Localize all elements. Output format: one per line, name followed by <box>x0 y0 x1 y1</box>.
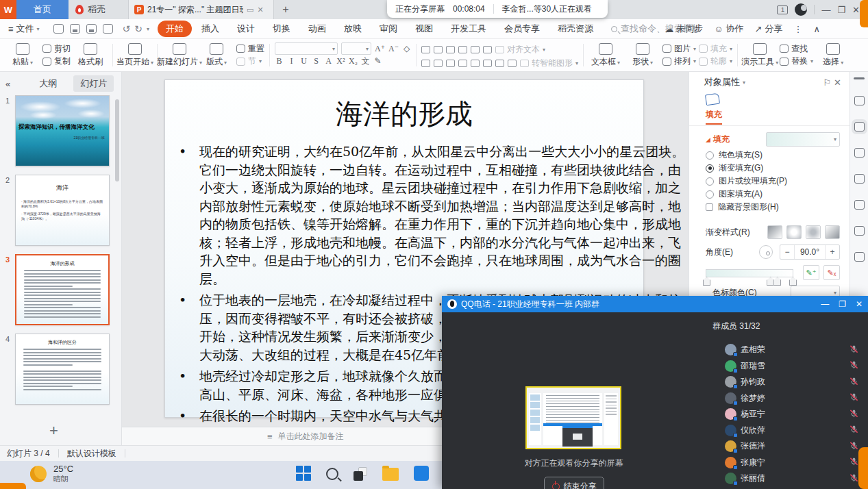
font-size-button-A⁻[interactable]: A⁻ <box>388 44 399 54</box>
docked-sidebar-handle-top[interactable] <box>860 0 868 27</box>
ribbon-button-图片[interactable]: 图片▾ <box>662 42 696 55</box>
distribute-icon[interactable] <box>471 60 480 67</box>
ribbon-button-文本框[interactable]: 文本框 ▾ <box>587 41 624 69</box>
file-menu[interactable]: ≡ 文件 ▾ <box>0 23 47 35</box>
menu-tab-插入[interactable]: 插入 <box>193 21 227 37</box>
gradient-stop-handle[interactable] <box>703 277 710 286</box>
gradient-stop-handle[interactable] <box>789 277 797 286</box>
microphone-muted-icon[interactable] <box>850 409 858 420</box>
outdent-icon[interactable] <box>446 46 455 53</box>
gradient-stop-slider[interactable] <box>706 269 793 277</box>
microphone-muted-icon[interactable] <box>850 457 858 468</box>
collaborate-button[interactable]: ☺协作 <box>714 23 743 35</box>
italic-button[interactable]: I <box>287 56 296 66</box>
taskbar-search-icon[interactable] <box>326 468 338 480</box>
slide-thumbnail-1[interactable]: 探索海洋知识，传播海洋文化21职业经理专科一班 <box>15 95 110 166</box>
underline-button[interactable]: U <box>299 56 308 66</box>
tab-document[interactable]: P 21专一" 探索..." 主题团日班会 ▭ ✕ <box>129 0 274 19</box>
add-stop-button[interactable]: ✎⁺ <box>803 265 819 280</box>
output-icon[interactable] <box>70 24 80 34</box>
member-row[interactable]: 徐梦婷 <box>712 390 868 407</box>
align-left-icon[interactable] <box>421 60 430 67</box>
docer-rocket-icon[interactable] <box>854 96 865 105</box>
ribbon-button-重置[interactable]: 重置 <box>236 42 264 55</box>
member-row[interactable]: 张德洋 <box>712 438 868 455</box>
docked-handle-bottom-left[interactable] <box>0 483 26 489</box>
fill-radio-4[interactable]: 图案填充(A) <box>706 188 840 200</box>
delete-stop-button[interactable]: ✎ₓ <box>823 265 840 280</box>
microphone-muted-icon[interactable] <box>850 344 858 355</box>
ribbon-button-选择[interactable]: 选择 ▾ <box>815 41 852 69</box>
undo-icon[interactable]: ↺ <box>123 23 131 34</box>
microphone-muted-icon[interactable] <box>850 425 858 436</box>
ribbon-button-填充[interactable]: 填充▾ <box>699 42 732 55</box>
ribbon-button-新建幻灯片[interactable]: 新建幻灯片 ▾ <box>161 41 198 69</box>
more-menu-icon[interactable]: ⋮ <box>793 24 802 34</box>
image-tools-icon[interactable] <box>854 226 865 236</box>
hide-background-checkbox[interactable]: 隐藏背景图形(H) <box>706 201 840 213</box>
qq-maximize-button[interactable]: ❐ <box>839 299 846 309</box>
section-collapse-icon[interactable]: ◢ <box>706 136 710 143</box>
menu-tab-开发工具[interactable]: 开发工具 <box>443 21 495 37</box>
ribbon-button-复制[interactable]: 复制 <box>42 55 71 68</box>
add-slide-button[interactable]: + <box>49 422 58 440</box>
phonetic-guide-button[interactable]: 文 <box>361 55 370 67</box>
object-properties-icon[interactable] <box>854 122 865 131</box>
member-row[interactable]: 张丽倩 <box>712 471 868 487</box>
task-view-icon[interactable] <box>354 467 367 481</box>
wps-logo-icon[interactable]: W <box>0 0 16 19</box>
menu-tab-放映[interactable]: 放映 <box>336 21 370 37</box>
close-panel-icon[interactable]: ✕ <box>834 77 841 88</box>
gradient-stop-handle[interactable] <box>767 277 774 286</box>
tab-docer[interactable]: 稻壳 <box>69 0 129 19</box>
superscript-button[interactable]: X² <box>336 56 345 66</box>
member-row[interactable]: 仪欣萍 <box>712 423 868 439</box>
minimize-button[interactable]: — <box>821 5 830 14</box>
align-right-icon[interactable] <box>446 60 455 67</box>
slide-title[interactable]: 海洋的形成 <box>165 95 643 133</box>
gradient-style-radial[interactable] <box>786 225 802 239</box>
menu-tab-动画[interactable]: 动画 <box>300 21 334 37</box>
gradient-stop-handle[interactable] <box>773 277 781 286</box>
fill-radio-1[interactable]: 纯色填充(S) <box>706 149 840 161</box>
gradient-preview-dropdown[interactable]: ▾ <box>766 132 840 147</box>
menu-tab-审阅[interactable]: 审阅 <box>371 21 406 37</box>
effects-star-icon[interactable] <box>854 148 865 158</box>
ribbon-button-粘贴[interactable]: 粘贴 ▾ <box>4 41 41 69</box>
window-count-badge[interactable]: 1 <box>777 5 788 14</box>
space-after-icon[interactable] <box>508 60 517 67</box>
menu-tab-设计[interactable]: 设计 <box>229 21 263 37</box>
ribbon-button-演示工具[interactable]: 演示工具 ▾ <box>741 41 778 69</box>
ribbon-button-替换[interactable]: 替换▾ <box>780 55 813 68</box>
font-size-button-◇[interactable]: ◇ <box>402 44 411 54</box>
angle-decrease-button[interactable]: − <box>780 245 794 259</box>
panel-scrollbar[interactable] <box>115 99 119 181</box>
navigation-icon[interactable] <box>854 252 865 262</box>
menu-tab-会员专享[interactable]: 会员专享 <box>496 21 548 37</box>
subscript-button[interactable]: X₂ <box>349 56 358 66</box>
sort-icon[interactable] <box>483 46 492 53</box>
angle-value[interactable]: 90.0° <box>794 245 826 259</box>
font-color-button[interactable]: A <box>324 56 333 66</box>
member-row[interactable]: 杨亚宁 <box>712 406 868 423</box>
ribbon-button-排列[interactable]: 排列▾ <box>662 55 696 68</box>
member-row[interactable]: 张正辉 <box>712 487 868 489</box>
align-text-button[interactable]: 对齐文本▾ <box>495 42 545 56</box>
gradient-style-linear[interactable] <box>767 225 782 239</box>
qq-minimize-button[interactable]: — <box>821 299 829 309</box>
bold-button[interactable]: B <box>275 56 284 66</box>
qq-close-button[interactable]: ✕ <box>856 299 863 309</box>
text-direction-icon[interactable] <box>471 46 480 53</box>
slide-thumbnail-2[interactable]: 海洋· 海洋的总面积为3.61×10的8次方平方公里，占地表面积的70.8%· … <box>15 175 110 246</box>
gradient-style-path[interactable] <box>825 225 840 239</box>
ribbon-button-节[interactable]: 节▾ <box>236 55 264 68</box>
strikethrough-button[interactable]: S <box>312 56 321 66</box>
share-viewers-text[interactable]: 李金哲...等30人正在观看 <box>494 3 600 15</box>
highlight-button[interactable]: ✎ <box>373 56 382 66</box>
end-share-button[interactable]: 结束分享 <box>544 477 604 489</box>
align-center-icon[interactable] <box>434 60 443 67</box>
duplicate-window-icon[interactable] <box>854 174 865 184</box>
sync-status[interactable]: ☁未同步 <box>665 23 703 35</box>
restore-button[interactable]: ❐ <box>837 5 845 14</box>
user-avatar[interactable] <box>795 3 807 16</box>
